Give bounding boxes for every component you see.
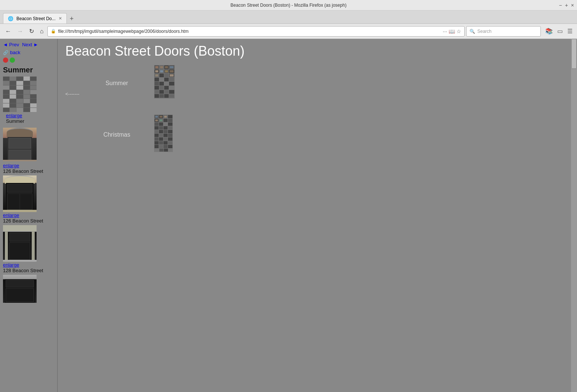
- content-area: <------- Summer Christmas: [65, 65, 564, 153]
- address-actions: ··· 📖 ☆: [443, 28, 461, 34]
- thumb-cell: [3, 103, 9, 108]
- home-button[interactable]: ⌂: [38, 27, 46, 36]
- thumb-cell: [10, 99, 16, 103]
- arrow-section: <-------: [65, 65, 79, 97]
- thumb-cell: [3, 77, 9, 81]
- window-title: Beacon Street Doors (Boston) - Mozilla F…: [231, 3, 347, 8]
- main-content: Beacon Street Doors (Boston) <------- Su…: [58, 39, 571, 392]
- svg-rect-74: [163, 141, 168, 144]
- svg-rect-77: [159, 145, 163, 148]
- svg-rect-15: [164, 78, 169, 81]
- svg-rect-37: [160, 70, 163, 72]
- search-bar[interactable]: 🔍 Search: [466, 26, 541, 37]
- active-tab[interactable]: 🌐 Beacon Street Do... ✕: [3, 13, 67, 24]
- next-link[interactable]: Next ►: [22, 42, 38, 47]
- summer-thumbnail-grid[interactable]: [154, 65, 175, 100]
- thumb-cell: [10, 85, 16, 90]
- bookmark-icon[interactable]: ☆: [456, 28, 461, 34]
- navbar: ← → ↻ ⌂ 🔒 file:///tm/tmpj/imgutil/sample…: [0, 24, 577, 39]
- main-layout: ◄ Prev Next ► 🔗 back Summer: [0, 39, 577, 392]
- thumb-cell: [10, 103, 16, 108]
- minimize-button[interactable]: −: [559, 2, 562, 8]
- enlarge-link-1[interactable]: enlarge: [3, 113, 54, 118]
- ellipsis-icon[interactable]: ···: [443, 28, 447, 34]
- svg-rect-55: [168, 122, 172, 126]
- sidebar-label-4: 128 Beacon Street: [0, 268, 57, 273]
- svg-rect-19: [164, 82, 169, 85]
- svg-rect-25: [155, 90, 159, 94]
- category-label-christmas: Christmas: [94, 116, 139, 138]
- enlarge-link-3[interactable]: enlarge: [0, 212, 57, 218]
- svg-rect-50: [163, 119, 168, 122]
- thumb-cell: [10, 81, 16, 85]
- reload-button[interactable]: ↻: [27, 26, 36, 36]
- sidebar-label-2: 126 Beacon Street: [0, 168, 57, 174]
- svg-rect-33: [155, 66, 158, 68]
- svg-rect-73: [159, 141, 163, 144]
- thumb-cell: [3, 81, 9, 85]
- svg-rect-51: [168, 119, 172, 122]
- svg-rect-67: [168, 134, 172, 137]
- svg-rect-31: [164, 94, 169, 98]
- svg-rect-57: [159, 126, 163, 130]
- svg-rect-27: [164, 90, 169, 94]
- lock-icon: 🔒: [51, 29, 56, 34]
- svg-rect-14: [159, 78, 164, 81]
- door-image-1: [3, 128, 37, 161]
- thumb-cell: [16, 99, 23, 103]
- reader-icon[interactable]: 📖: [449, 28, 455, 34]
- thumb-cell: [30, 81, 37, 85]
- enlarge-link-4[interactable]: enlarge: [0, 262, 57, 268]
- thumb-cell: [24, 77, 30, 81]
- tab-close-button[interactable]: ✕: [59, 16, 62, 21]
- sidebar-label-1: Summer: [3, 118, 54, 124]
- scrollbar-thumb[interactable]: [571, 39, 577, 69]
- thumb-cell: [30, 90, 37, 94]
- svg-rect-65: [159, 134, 163, 137]
- thumb-cell: [30, 99, 37, 103]
- tabbar: 🌐 Beacon Street Do... ✕ +: [0, 10, 577, 24]
- maximize-button[interactable]: +: [565, 2, 568, 8]
- svg-rect-68: [155, 137, 159, 141]
- thumb-cell: [30, 85, 37, 90]
- svg-rect-56: [155, 126, 159, 130]
- svg-rect-80: [159, 149, 163, 152]
- door-thumbnail-2: [3, 175, 37, 211]
- forward-button[interactable]: →: [15, 27, 25, 36]
- thumb-cell: [24, 108, 30, 112]
- menu-icon[interactable]: ☰: [566, 27, 574, 35]
- svg-rect-40: [170, 66, 174, 68]
- back-link-container: 🔗 back: [0, 49, 57, 56]
- thumb-cell: [3, 99, 9, 103]
- new-tab-button[interactable]: +: [67, 15, 77, 23]
- thumb-cell: [3, 90, 9, 94]
- titlebar: Beacon Street Doors (Boston) - Mozilla F…: [0, 0, 577, 10]
- thumb-cell: [16, 94, 23, 99]
- prev-link[interactable]: ◄ Prev: [3, 42, 19, 47]
- door-thumbnail-3: [3, 225, 37, 261]
- scrollbar[interactable]: [571, 39, 577, 392]
- window-controls[interactable]: − + ×: [559, 2, 574, 8]
- svg-rect-32: [169, 94, 174, 98]
- svg-rect-36: [155, 70, 158, 72]
- svg-rect-84: [164, 116, 167, 118]
- svg-rect-76: [155, 145, 159, 148]
- thumb-cell: [24, 103, 30, 108]
- library-icon[interactable]: 📚: [544, 27, 554, 35]
- address-bar[interactable]: 🔒 file:///tm/tmpj/imgutil/sampleimageweb…: [47, 26, 465, 37]
- svg-rect-16: [169, 78, 174, 81]
- thumb-cell: [30, 108, 37, 112]
- door-image-2: [3, 175, 37, 211]
- enlarge-link-2[interactable]: enlarge: [0, 163, 57, 168]
- svg-rect-30: [159, 94, 164, 98]
- christmas-thumbnail-grid[interactable]: [154, 115, 173, 153]
- svg-rect-28: [169, 90, 174, 94]
- close-button[interactable]: ×: [571, 2, 574, 8]
- back-link[interactable]: back: [10, 50, 20, 55]
- svg-rect-79: [168, 145, 172, 148]
- svg-rect-23: [164, 86, 169, 90]
- svg-rect-34: [160, 66, 163, 68]
- sidebar-toggle-icon[interactable]: ▭: [556, 27, 564, 35]
- back-button[interactable]: ←: [3, 27, 13, 36]
- tab-label: Beacon Street Do...: [16, 16, 56, 21]
